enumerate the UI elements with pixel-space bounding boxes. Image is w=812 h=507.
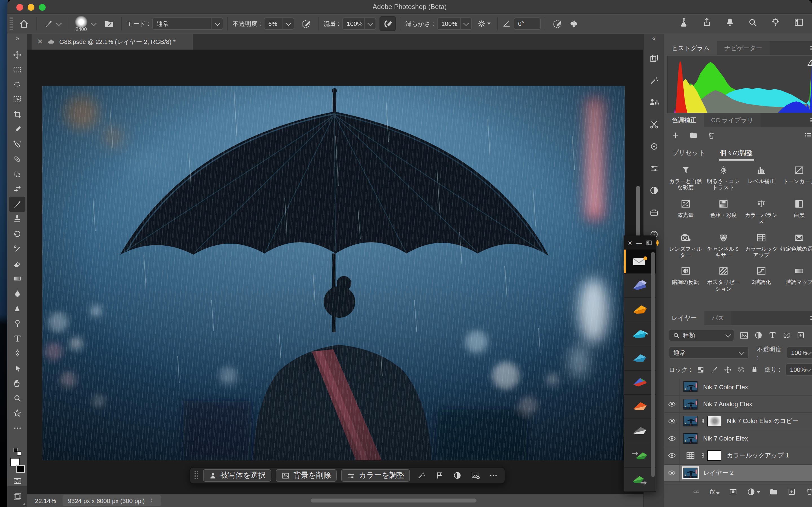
pen-tool[interactable] bbox=[9, 346, 26, 361]
canvas-area[interactable]: 被写体を選択 背景を削除 カラーを調整 22.14% bbox=[27, 50, 644, 507]
remove-background-button[interactable]: 背景を削除 bbox=[276, 469, 337, 482]
brush-angle-input[interactable]: 0° bbox=[514, 17, 541, 30]
default-colors-icon[interactable] bbox=[13, 448, 21, 456]
adj-selective-color[interactable]: 特定色域の選択 bbox=[780, 232, 812, 258]
brush-tool[interactable] bbox=[9, 196, 26, 212]
healing-brush-tool[interactable] bbox=[9, 152, 26, 167]
visibility-toggle[interactable] bbox=[664, 379, 679, 395]
layer-mask-thumbnail[interactable] bbox=[707, 450, 721, 461]
expand-tools-icon[interactable]: » bbox=[7, 35, 27, 42]
edit-toolbar-button[interactable] bbox=[9, 420, 26, 436]
visibility-toggle[interactable] bbox=[664, 413, 679, 430]
tab-navigator[interactable]: ナビゲーター bbox=[717, 41, 769, 55]
lock-all-icon[interactable] bbox=[751, 365, 758, 374]
adj-curves[interactable]: トーンカーブ bbox=[780, 165, 812, 191]
tab-cc-libraries[interactable]: CC ライブラリ bbox=[704, 113, 761, 127]
canvas-image[interactable] bbox=[42, 86, 625, 460]
adj-posterize[interactable]: ポスタリゼーション bbox=[705, 266, 743, 292]
type-tool[interactable] bbox=[9, 331, 26, 346]
smoothing-input[interactable]: 100% bbox=[437, 17, 472, 30]
settings-cards-icon[interactable] bbox=[646, 239, 653, 246]
filter-type-layers-icon[interactable] bbox=[768, 331, 777, 340]
lock-artboard-icon[interactable] bbox=[737, 365, 746, 374]
pressure-opacity-toggle[interactable] bbox=[298, 16, 314, 31]
patch-tool[interactable] bbox=[9, 167, 26, 182]
shape-tool[interactable] bbox=[9, 406, 26, 420]
marquee-tool[interactable] bbox=[9, 62, 26, 77]
document-info[interactable]: 9324 px x 6000 px (300 ppi) 〉 bbox=[63, 495, 161, 506]
brush-preset-picker[interactable]: 2400 bbox=[72, 16, 99, 31]
screen-mode-button[interactable] bbox=[7, 486, 27, 507]
list-view-icon[interactable] bbox=[804, 131, 812, 140]
task-bar-grip[interactable] bbox=[195, 471, 199, 480]
histogram-warning-icon[interactable] bbox=[807, 59, 812, 67]
filter-adjustment-layers-icon[interactable] bbox=[754, 331, 763, 340]
generative-wand-icon[interactable] bbox=[645, 69, 662, 91]
layer-name[interactable]: Nik 7 Color Efex bbox=[703, 384, 748, 390]
eyedropper-tool[interactable] bbox=[9, 122, 26, 137]
zoom-window-button[interactable] bbox=[39, 4, 46, 10]
move-tool[interactable] bbox=[9, 47, 26, 62]
new-group-folder-icon[interactable] bbox=[689, 131, 698, 140]
paint-symmetry-button[interactable] bbox=[566, 16, 582, 31]
adj-color-lookup[interactable]: カラールックアップ bbox=[742, 232, 780, 258]
home-button[interactable] bbox=[16, 16, 32, 31]
clone-source-icon[interactable] bbox=[645, 47, 662, 69]
layer-thumbnail[interactable] bbox=[683, 433, 698, 444]
tab-layers[interactable]: レイヤー bbox=[664, 311, 704, 325]
object-selection-tool[interactable] bbox=[9, 92, 26, 107]
add-adjustment-icon[interactable] bbox=[671, 131, 680, 140]
beta-flask-icon[interactable] bbox=[678, 17, 689, 27]
eraser-tool[interactable] bbox=[9, 256, 26, 271]
background-color-swatch[interactable] bbox=[16, 465, 24, 473]
panel-menu-icon[interactable] bbox=[809, 314, 812, 322]
layer-row[interactable]: Nik 7 Analog Efex bbox=[664, 396, 812, 413]
adjustments-half-circle-icon[interactable] bbox=[645, 179, 662, 201]
search-icon[interactable] bbox=[748, 17, 758, 27]
minimize-icon[interactable]: — bbox=[637, 240, 642, 246]
layer-row-selected[interactable]: レイヤー 2 bbox=[664, 464, 812, 482]
document-tab[interactable]: ✕ G88.psdc @ 22.1% (レイヤー 2, RGB/8) * bbox=[32, 34, 193, 50]
adj-gradient-map[interactable]: 階調マップ bbox=[780, 266, 812, 292]
add-image-button[interactable] bbox=[469, 469, 482, 482]
libraries-case-icon[interactable] bbox=[645, 201, 662, 223]
delete-trash-icon[interactable] bbox=[707, 131, 716, 139]
target-icon[interactable] bbox=[645, 135, 662, 157]
quick-mask-button[interactable] bbox=[12, 476, 22, 486]
new-layer-icon[interactable] bbox=[787, 487, 796, 496]
layer-opacity-input[interactable]: 100% bbox=[786, 346, 812, 359]
tool-preset-picker[interactable] bbox=[41, 16, 64, 31]
adjustment-layer-icon[interactable] bbox=[683, 450, 698, 461]
mask-link-icon[interactable] bbox=[700, 452, 706, 459]
transform-button[interactable] bbox=[433, 469, 446, 482]
panel-menu-icon[interactable] bbox=[809, 44, 812, 52]
filter-pixel-layers-icon[interactable] bbox=[739, 330, 749, 340]
blur-tool[interactable] bbox=[9, 286, 26, 301]
mixer-brush-tool[interactable] bbox=[9, 241, 26, 256]
visibility-toggle[interactable] bbox=[664, 447, 679, 464]
layer-fill-input[interactable]: 100% bbox=[785, 363, 812, 376]
layer-name[interactable]: カラールックアップ 1 bbox=[727, 452, 789, 460]
notifications-bell-icon[interactable] bbox=[725, 17, 735, 27]
gradient-tool[interactable] bbox=[9, 271, 26, 286]
content-aware-move-tool[interactable] bbox=[9, 182, 26, 196]
collapse-panels-icon[interactable]: « bbox=[644, 34, 664, 42]
crop-tool[interactable] bbox=[9, 107, 26, 122]
properties-sliders-icon[interactable] bbox=[645, 157, 662, 179]
adj-color-vibrance[interactable]: カラーと自然な彩度 bbox=[666, 165, 705, 191]
filter-shape-layers-icon[interactable] bbox=[782, 331, 791, 340]
smoothing-options-gear-button[interactable] bbox=[474, 16, 493, 31]
adj-hue-saturation[interactable]: 色相・彩度 bbox=[705, 198, 743, 225]
lasso-tool[interactable] bbox=[9, 77, 26, 92]
visibility-toggle[interactable] bbox=[664, 430, 679, 447]
workspace-icon[interactable] bbox=[794, 17, 804, 27]
magic-wand-button[interactable] bbox=[414, 469, 428, 482]
foreground-background-colors[interactable] bbox=[10, 458, 24, 473]
airbrush-toggle[interactable] bbox=[379, 16, 396, 31]
adj-exposure[interactable]: 露光量 bbox=[666, 198, 705, 225]
hand-tool[interactable] bbox=[9, 376, 26, 391]
path-selection-tool[interactable] bbox=[9, 361, 26, 376]
subtab-single-adjustments[interactable]: 個々の調整 bbox=[720, 149, 753, 157]
link-layers-icon[interactable] bbox=[692, 487, 701, 496]
clone-stamp-tool[interactable] bbox=[9, 212, 26, 226]
